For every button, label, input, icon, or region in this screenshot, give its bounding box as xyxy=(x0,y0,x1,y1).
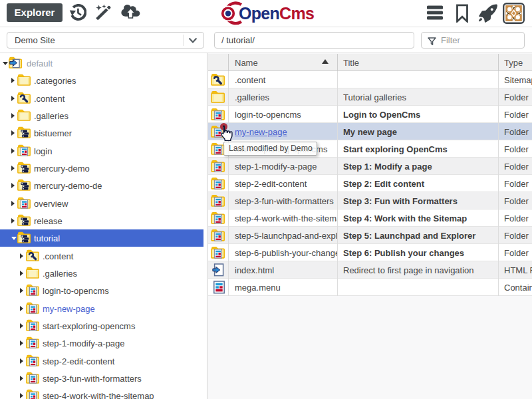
svg-text:OpenCms: OpenCms xyxy=(239,4,314,23)
